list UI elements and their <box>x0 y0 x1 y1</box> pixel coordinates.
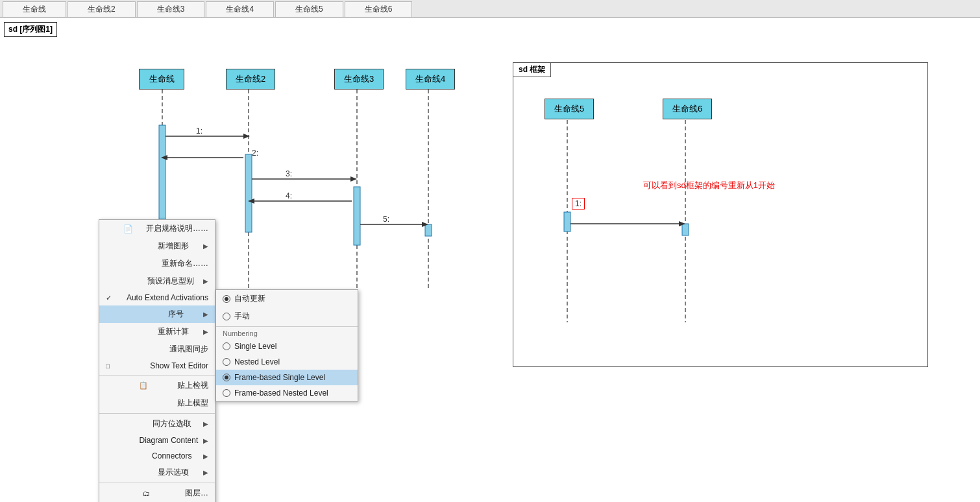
svg-rect-5 <box>245 154 252 232</box>
submenu-arrow-3: ▶ <box>203 311 208 318</box>
annotation-text: 可以看到sd框架的编号重新从1开始 <box>643 180 775 191</box>
submenu-arrow-7: ▶ <box>203 453 208 460</box>
submenu-arrow-8: ▶ <box>203 469 208 476</box>
submenu-arrow-6: ▶ <box>203 437 208 444</box>
submenu-item-single-level[interactable]: Single Level <box>216 339 358 354</box>
menu-item-add-shape[interactable]: 新增图形 ▶ <box>99 237 215 255</box>
sd-frame-right: sd 框架 生命线5 生命线6 可以看到sd框架的编号重新从1开始 1: <box>513 62 928 367</box>
menu-item-open-spec[interactable]: 📄 开启规格说明…… <box>99 220 215 237</box>
svg-marker-28 <box>679 221 685 226</box>
svg-text:1:: 1: <box>196 126 202 136</box>
submenu-arrow-5: ▶ <box>203 420 208 427</box>
menu-item-show-text-editor[interactable]: □ Show Text Editor <box>99 358 215 374</box>
lifeline-box-2[interactable]: 生命线2 <box>226 69 275 90</box>
tab-lifeline-3[interactable]: 生命线3 <box>137 1 205 17</box>
doc-icon: 📄 <box>123 224 135 233</box>
submenu-item-manual[interactable]: 手动 <box>216 307 358 325</box>
tab-lifeline-2[interactable]: 生命线2 <box>67 1 136 17</box>
svg-rect-6 <box>354 187 360 245</box>
svg-text:2:: 2: <box>252 149 258 158</box>
diagram-area: sd [序列图1] 生命线 生命线2 生命线3 生命线4 1: <box>0 18 980 502</box>
submenu-arrow-2: ▶ <box>203 278 208 285</box>
radio-frame-nested <box>223 389 230 397</box>
submenu-item-nested-level[interactable]: Nested Level <box>216 354 358 370</box>
tab-lifeline-5[interactable]: 生命线5 <box>275 1 343 17</box>
menu-item-connectors[interactable]: Connectors ▶ <box>99 448 215 464</box>
separator-1 <box>99 375 215 376</box>
svg-text:5:: 5: <box>383 215 389 224</box>
radio-single-level <box>223 342 230 350</box>
menu-item-paste-view[interactable]: 📋 贴上检视 <box>99 377 215 394</box>
menu-item-auto-extend[interactable]: ✓ Auto Extend Activations <box>99 290 215 305</box>
menu-item-comm-sync[interactable]: 通讯图同步 <box>99 341 215 358</box>
svg-rect-25 <box>564 212 570 232</box>
submenu-item-auto-update[interactable]: 自动更新 <box>216 290 358 307</box>
lifeline-box-6[interactable]: 生命线6 <box>663 99 712 119</box>
sd-frame-label: sd [序列图1] <box>4 22 57 37</box>
svg-marker-15 <box>350 176 357 182</box>
svg-marker-9 <box>243 134 250 139</box>
tab-lifeline-1[interactable]: 生命线 <box>3 1 66 17</box>
svg-text:3:: 3: <box>286 169 292 178</box>
submenu-item-frame-single[interactable]: Frame-based Single Level <box>216 370 358 385</box>
radio-nested-level <box>223 358 230 366</box>
submenu-seqno: 自动更新 手动 Numbering Single Level Nested Le… <box>215 289 358 401</box>
menu-item-same-position[interactable]: 同方位选取 ▶ <box>99 415 215 433</box>
radio-manual <box>223 313 230 320</box>
lifeline-box-3[interactable]: 生命线3 <box>334 69 384 90</box>
tab-lifeline-6[interactable]: 生命线6 <box>345 1 413 17</box>
lifeline-tabs: 生命线 生命线2 生命线3 生命线4 生命线5 生命线6 <box>0 0 980 18</box>
tab-lifeline-4[interactable]: 生命线4 <box>206 1 274 17</box>
menu-item-layers[interactable]: 🗂 图层… <box>99 484 215 502</box>
menu-item-paste-model[interactable]: 贴上模型 <box>99 394 215 412</box>
seq-label-red-box: 1: <box>572 198 585 209</box>
svg-marker-18 <box>248 198 254 204</box>
svg-rect-7 <box>425 224 432 236</box>
radio-frame-single <box>223 374 230 381</box>
svg-text:4:: 4: <box>286 191 292 200</box>
submenu-section-numbering: Numbering <box>216 326 358 339</box>
separator-2 <box>99 413 215 414</box>
submenu-item-frame-nested[interactable]: Frame-based Nested Level <box>216 385 358 401</box>
menu-item-display-options[interactable]: 显示选项 ▶ <box>99 464 215 481</box>
lifeline-box-5[interactable]: 生命线5 <box>545 99 594 119</box>
sd-frame-title: sd 框架 <box>513 63 551 77</box>
svg-rect-26 <box>682 224 689 235</box>
submenu-arrow-4: ▶ <box>203 328 208 335</box>
svg-marker-21 <box>422 222 428 227</box>
submenu-arrow-1: ▶ <box>203 243 208 250</box>
radio-auto-update <box>223 295 230 303</box>
menu-item-diagram-content[interactable]: Diagram Content ▶ <box>99 433 215 448</box>
menu-item-seqno[interactable]: 序号 ▶ <box>99 305 215 323</box>
menu-item-recalc[interactable]: 重新计算 ▶ <box>99 323 215 341</box>
separator-3 <box>99 483 215 483</box>
lifeline-box-1[interactable]: 生命线 <box>139 69 184 90</box>
svg-rect-4 <box>159 125 165 219</box>
menu-item-rename[interactable]: 重新命名…… <box>99 255 215 272</box>
menu-item-default-msg[interactable]: 预设消息型别 ▶ <box>99 272 215 290</box>
svg-marker-12 <box>161 155 167 160</box>
context-menu: 📄 开启规格说明…… 新增图形 ▶ 重新命名…… 预设消息型别 ▶ ✓ Auto… <box>99 219 215 502</box>
paste-icon: 📋 <box>139 381 151 390</box>
lifeline-box-4[interactable]: 生命线4 <box>406 69 455 90</box>
layers-icon: 🗂 <box>143 490 154 497</box>
